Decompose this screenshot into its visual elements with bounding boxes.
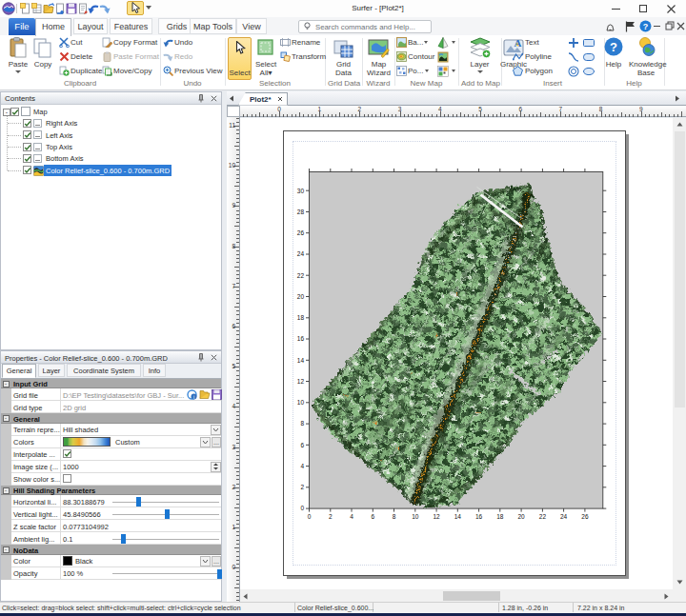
svg-text:6: 6 (371, 512, 374, 519)
svg-text:0: 0 (300, 505, 304, 511)
svg-text:16: 16 (296, 335, 304, 342)
svg-text:12: 12 (433, 512, 440, 519)
svg-text:8: 8 (300, 420, 304, 427)
svg-text:6: 6 (300, 441, 304, 447)
svg-text:?: ? (643, 22, 649, 31)
svg-text:18: 18 (496, 512, 504, 519)
svg-text:22: 22 (296, 271, 304, 278)
svg-text:18: 18 (296, 314, 304, 321)
svg-text:8: 8 (392, 512, 395, 519)
svg-text:28: 28 (296, 208, 304, 214)
svg-text:A: A (514, 37, 522, 48)
svg-text:26: 26 (581, 512, 589, 519)
svg-text:14: 14 (296, 356, 304, 363)
svg-text:2: 2 (300, 484, 304, 490)
svg-text:12: 12 (296, 377, 304, 384)
svg-text:0: 0 (307, 512, 311, 519)
svg-text:26: 26 (296, 229, 304, 236)
svg-text:i: i (193, 394, 194, 400)
svg-text:22: 22 (538, 512, 546, 519)
svg-text:10: 10 (412, 512, 419, 519)
svg-text:16: 16 (474, 512, 482, 519)
svg-text:24: 24 (296, 250, 304, 257)
svg-text:10: 10 (296, 399, 304, 406)
svg-text:24: 24 (559, 512, 567, 519)
svg-text:14: 14 (454, 512, 461, 519)
svg-text:30: 30 (296, 187, 304, 193)
svg-text:?: ? (610, 40, 617, 54)
svg-text:20: 20 (296, 292, 304, 299)
svg-text:4: 4 (350, 512, 353, 519)
svg-text:20: 20 (517, 512, 525, 519)
svg-text:4: 4 (300, 462, 304, 468)
svg-text:2: 2 (328, 512, 332, 519)
